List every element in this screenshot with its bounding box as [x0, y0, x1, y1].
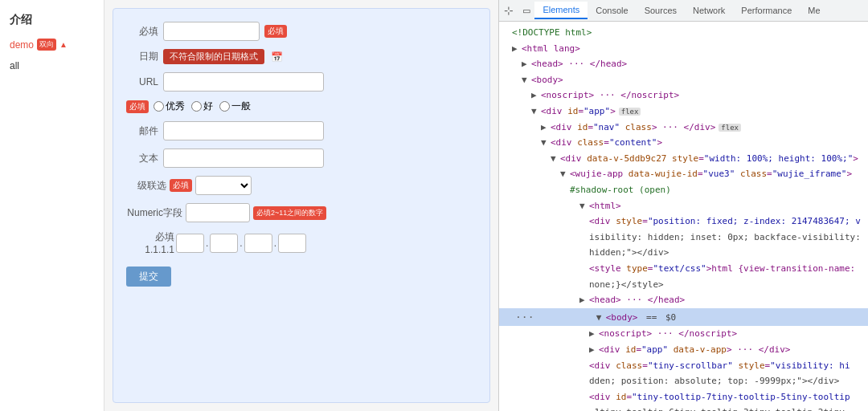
datav-toggle[interactable]: ▼	[551, 152, 559, 166]
url-input[interactable]	[163, 72, 324, 92]
email-row: 邮件	[126, 121, 477, 140]
code-inner-html[interactable]: ▼<html>	[499, 198, 868, 214]
scrollbar-text2: dden; position: absolute; top: -9999px;"…	[589, 376, 839, 386]
html-toggle[interactable]: ▶	[512, 42, 520, 56]
shadow-text: #shadow-root (open)	[570, 185, 671, 195]
inner-head-tag: <head> ··· </head>	[589, 295, 685, 305]
code-html[interactable]: ▶<html lang>	[499, 41, 868, 57]
ip-segment-2[interactable]	[210, 234, 238, 253]
code-body[interactable]: ▼<body>	[499, 72, 868, 88]
code-app[interactable]: ▼<div id="app">flex	[499, 104, 868, 120]
radio-excellent-input[interactable]	[154, 101, 164, 112]
wujie-toggle[interactable]: ▼	[560, 167, 568, 181]
email-input[interactable]	[163, 121, 324, 140]
nav-toggle[interactable]: ▶	[541, 120, 549, 135]
noscript1-toggle[interactable]: ▶	[531, 88, 539, 103]
code-nav[interactable]: ▶<div id="nav" class> ··· </div>flex	[499, 120, 868, 136]
fixed-div-text2: isibility: hidden; inset: 0px; backface-…	[589, 232, 861, 242]
cascader-select[interactable]	[195, 176, 252, 195]
code-app2[interactable]: ▶<div id="app" data-v-app> ··· </div>	[499, 342, 868, 358]
ip-label: 必填1.1.1.1	[126, 230, 174, 255]
style-text2: none;}</style>	[589, 279, 664, 290]
code-inner-head[interactable]: ▶<head> ··· </head>	[499, 292, 868, 308]
sidebar: 介绍 demo 双向 ▲ all	[0, 0, 104, 411]
app2-tag: <div id="app" data-v-app> ··· </div>	[599, 344, 790, 355]
devtools-content[interactable]: <!DOCTYPE html> ▶<html lang> ▶<head> ···…	[499, 22, 868, 411]
text-row: 文本	[126, 149, 477, 168]
doctype-text: <!DOCTYPE html>	[512, 27, 592, 38]
numeric-label: Numeric字段	[126, 206, 182, 220]
submit-button[interactable]: 提交	[126, 267, 171, 287]
code-style[interactable]: <style type="text/css">html {view-transi…	[499, 261, 868, 277]
radio-normal-input[interactable]	[219, 101, 230, 112]
sidebar-item-demo[interactable]: demo 双向 ▲	[0, 34, 104, 55]
sidebar-title: 介绍	[0, 6, 104, 34]
inner-html-toggle[interactable]: ▼	[579, 199, 588, 214]
code-scrollbar2[interactable]: dden; position: absolute; top: -9999px;"…	[499, 373, 868, 389]
app2-toggle[interactable]: ▶	[589, 343, 597, 357]
inner-body-toggle[interactable]: ▼	[596, 311, 604, 325]
html-tag: <html lang>	[522, 43, 580, 54]
ip-segment-4[interactable]	[278, 234, 306, 253]
numeric-input[interactable]	[186, 203, 250, 222]
required-input[interactable]	[163, 22, 260, 41]
tab-sources[interactable]: Sources	[637, 2, 685, 18]
radio-normal[interactable]: 一般	[219, 100, 251, 113]
ip-segment-1[interactable]	[176, 234, 204, 253]
dots-button[interactable]: ···	[512, 311, 537, 323]
devtools-tabs: ⊹ ▭ Elements Console Sources Network Per…	[499, 0, 868, 22]
url-row: URL	[126, 72, 477, 92]
devtools-cursor-icon[interactable]: ⊹	[499, 4, 518, 17]
form-panel: 必填 必填 日期 不符合限制的日期格式 📅 URL 必填 优秀 好	[113, 8, 490, 403]
fixed-div-tag: <div style="position: fixed; z-index: 21…	[589, 216, 861, 226]
body-toggle[interactable]: ▼	[522, 73, 530, 87]
eq-sign: ==	[646, 312, 657, 323]
submit-row: 提交	[126, 263, 477, 287]
date-calendar-icon[interactable]: 📅	[271, 51, 283, 63]
code-tooltip[interactable]: <div id="tiny-tooltip-7tiny-tooltip-5tin…	[499, 389, 868, 405]
head-toggle[interactable]: ▶	[522, 57, 530, 71]
text-input[interactable]	[163, 149, 324, 168]
code-datav[interactable]: ▼<div data-v-5ddb9c27 style="width: 100%…	[499, 151, 868, 167]
tab-elements[interactable]: Elements	[534, 2, 588, 19]
scrollbar-tag: <div class="tiny-scrollbar" style="visib…	[589, 360, 850, 371]
content-toggle[interactable]: ▼	[541, 136, 549, 150]
fixed-div-text3: hidden;"></div>	[589, 247, 669, 258]
tab-console[interactable]: Console	[588, 2, 636, 18]
code-noscript1[interactable]: ▶<noscript> ··· </noscript>	[499, 87, 868, 104]
code-scrollbar[interactable]: <div class="tiny-scrollbar" style="visib…	[499, 358, 868, 374]
noscript2-toggle[interactable]: ▶	[589, 327, 597, 341]
ip-segment-3[interactable]	[244, 234, 272, 253]
code-content[interactable]: ▼<div class="content">	[499, 135, 868, 151]
code-head[interactable]: ▶<head> ··· </head>	[499, 56, 868, 72]
code-inner-body[interactable]: ··· ▼<body> == $0	[499, 308, 868, 327]
code-shadow[interactable]: #shadow-root (open)	[499, 182, 868, 198]
code-fixed-div2[interactable]: isibility: hidden; inset: 0px; backface-…	[499, 230, 868, 246]
app-toggle[interactable]: ▼	[531, 104, 539, 119]
code-style2[interactable]: none;}</style>	[499, 277, 868, 293]
radio-good-input[interactable]	[191, 101, 202, 112]
code-noscript2[interactable]: ▶<noscript> ··· </noscript>	[499, 326, 868, 342]
devtools-phone-icon[interactable]: ▭	[518, 4, 534, 17]
inner-body-tag: <body>	[606, 312, 638, 323]
code-wujie[interactable]: ▼<wujie-app data-wujie-id="vue3" class="…	[499, 166, 868, 182]
cascader-row: 级联选 必填	[126, 176, 477, 195]
sidebar-item-all[interactable]: all	[0, 55, 104, 76]
tab-more[interactable]: Me	[800, 2, 828, 18]
code-fixed-div[interactable]: <div style="position: fixed; z-index: 21…	[499, 214, 868, 230]
code-doctype[interactable]: <!DOCTYPE html>	[499, 25, 868, 41]
date-error-badge: 不符合限制的日期格式	[163, 49, 264, 64]
inner-head-toggle[interactable]: ▶	[579, 293, 588, 307]
cascader-label: 级联选	[126, 179, 166, 193]
radio-good[interactable]: 好	[191, 100, 213, 113]
tab-performance[interactable]: Performance	[733, 2, 800, 18]
app-flex-badge: flex	[619, 108, 641, 116]
code-fixed-div3[interactable]: hidden;"></div>	[499, 245, 868, 261]
radio-group: 优秀 好 一般	[154, 100, 251, 113]
tab-network[interactable]: Network	[685, 2, 733, 18]
sidebar-demo-label: demo	[10, 39, 34, 51]
radio-excellent[interactable]: 优秀	[154, 100, 185, 113]
code-tooltip2[interactable]: -1tiny-tooltip-6tiny-tooltip-3tiny-toolt…	[499, 405, 868, 411]
devtools-panel: ⊹ ▭ Elements Console Sources Network Per…	[498, 0, 868, 411]
content-tag: <div class="content">	[551, 137, 662, 148]
